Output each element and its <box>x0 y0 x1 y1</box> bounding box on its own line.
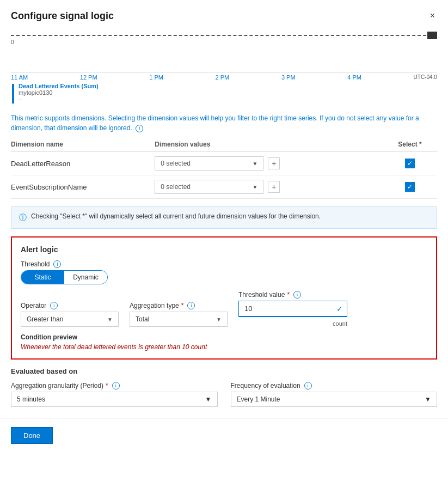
dimension-select-checkbox-eventsub[interactable]: ✓ <box>405 182 415 192</box>
chart-area: 0 11 AM 12 PM 1 PM 2 PM 3 PM 4 PM UTC-04… <box>0 29 448 103</box>
dimension-info-text: This metric supports dimensions. Selecti… <box>11 113 437 133</box>
dimension-dropdown-eventsub-value: 0 selected <box>161 183 191 191</box>
dimension-add-button-deadletter[interactable]: + <box>268 157 280 169</box>
chart-legend-text: Dead Lettered Events (Sum) mytopic0130 -… <box>19 83 99 102</box>
operator-field-group: Operator i Greater than ▼ <box>21 302 119 327</box>
aggregation-info-icon: i <box>187 302 195 309</box>
threshold-value-field-group: Threshold value * i ✓ count <box>238 291 347 327</box>
time-label-12pm: 12 PM <box>80 74 97 81</box>
threshold-info-icon: i <box>53 260 61 268</box>
dimension-section: This metric supports dimensions. Selecti… <box>0 108 448 199</box>
alert-fields-row: Operator i Greater than ▼ Aggregation ty… <box>21 291 427 327</box>
chart-time-axis: 11 AM 12 PM 1 PM 2 PM 3 PM 4 PM UTC-04:0 <box>11 73 437 81</box>
time-label-3pm: 3 PM <box>281 74 296 81</box>
aggregation-label: Aggregation type * i <box>130 302 228 309</box>
chart-legend-subtitle: mytopic0130 <box>19 89 99 96</box>
dimension-table: Dimension name Dimension values Select *… <box>11 138 437 199</box>
threshold-value-label: Threshold value * i <box>238 291 347 299</box>
freq-select[interactable]: Every 1 Minute ▼ <box>231 392 438 407</box>
chart-legend-title: Dead Lettered Events (Sum) <box>19 83 99 89</box>
info-banner: ⓘ Checking "Select *" will dynamically s… <box>11 206 437 229</box>
agg-granularity-label: Aggregation granularity (Period) * i <box>11 382 218 389</box>
chevron-down-icon: ▼ <box>216 316 222 322</box>
footer-area: Done <box>0 418 448 453</box>
operator-value: Greater than <box>27 315 63 323</box>
condition-preview-section: Condition preview Whenever the total dea… <box>21 333 427 351</box>
utc-label: UTC-04:0 <box>414 74 437 81</box>
chart-zero-label: 0 <box>11 39 14 45</box>
time-label-2pm: 2 PM <box>216 74 230 81</box>
chevron-down-icon: ▼ <box>425 395 431 403</box>
dimension-info-icon: i <box>136 125 143 132</box>
freq-eval-field: Frequency of evaluation i Every 1 Minute… <box>231 382 438 407</box>
chevron-down-icon: ▼ <box>252 184 257 190</box>
time-label-1pm: 1 PM <box>149 74 163 81</box>
aggregation-field-group: Aggregation type * i Total ▼ <box>130 302 228 327</box>
threshold-value-input[interactable] <box>238 301 347 317</box>
chevron-down-icon: ▼ <box>205 395 212 403</box>
condition-preview-title: Condition preview <box>21 333 427 341</box>
chart-legend-bar <box>12 84 14 103</box>
chevron-down-icon: ▼ <box>252 161 257 167</box>
dimension-row-eventsub: EventSubscriptionName 0 selected ▼ + ✓ <box>11 175 437 199</box>
condition-preview-text: Whenever the total dead lettered events … <box>21 343 427 351</box>
threshold-label: Threshold i <box>21 260 427 268</box>
freq-info-icon: i <box>304 382 312 389</box>
col-dimension-name: Dimension name <box>11 138 155 152</box>
threshold-check-icon: ✓ <box>336 305 343 313</box>
time-label-11am: 11 AM <box>11 74 28 81</box>
threshold-input-wrap: ✓ <box>238 301 347 317</box>
threshold-value-info-icon: i <box>293 291 301 299</box>
agg-granularity-value: 5 minutes <box>17 395 45 403</box>
dimension-values-cell-deadletter: 0 selected ▼ + <box>155 156 383 171</box>
freq-label: Frequency of evaluation i <box>231 382 438 389</box>
threshold-field-group: Threshold i Static Dynamic <box>21 260 427 284</box>
operator-label: Operator i <box>21 302 119 309</box>
toggle-dynamic-button[interactable]: Dynamic <box>64 271 107 284</box>
operator-select[interactable]: Greater than ▼ <box>21 312 119 327</box>
time-label-4pm: 4 PM <box>347 74 361 81</box>
dimension-select-checkbox-deadletter[interactable]: ✓ <box>405 159 415 168</box>
chevron-down-icon: ▼ <box>107 316 113 322</box>
col-dimension-select: Select * <box>387 138 437 152</box>
aggregation-required-star: * <box>181 302 184 309</box>
close-button[interactable]: × <box>428 9 437 23</box>
dimension-values-cell-eventsub: 0 selected ▼ + <box>155 180 383 194</box>
evaluated-title: Evaluated based on <box>11 367 437 375</box>
dialog-title: Configure signal logic <box>11 10 114 22</box>
operator-info-icon: i <box>50 302 58 309</box>
chart-legend: Dead Lettered Events (Sum) mytopic0130 -… <box>11 83 437 103</box>
agg-granularity-info-icon: i <box>112 382 120 389</box>
eval-row: Aggregation granularity (Period) * i 5 m… <box>11 382 437 407</box>
dimension-dropdown-deadletter[interactable]: 0 selected ▼ <box>155 156 263 171</box>
chart-black-rect <box>427 32 437 39</box>
agg-granularity-required-star: * <box>106 382 108 389</box>
alert-logic-title: Alert logic <box>21 245 427 254</box>
threshold-unit-label: count <box>238 320 347 327</box>
dimension-add-button-eventsub[interactable]: + <box>268 181 280 193</box>
chart-legend-value: -- <box>19 96 99 102</box>
done-button[interactable]: Done <box>11 427 53 444</box>
info-banner-text: Checking "Select *" will dynamically sel… <box>31 212 321 220</box>
dimension-dropdown-deadletter-value: 0 selected <box>161 160 191 167</box>
alert-logic-box: Alert logic Threshold i Static Dynamic O… <box>11 236 437 360</box>
threshold-toggle: Static Dynamic <box>21 270 108 284</box>
chart-dashed-line <box>11 35 437 36</box>
dimension-dropdown-eventsub[interactable]: 0 selected ▼ <box>155 180 263 194</box>
aggregation-value: Total <box>136 315 149 323</box>
evaluated-section: Evaluated based on Aggregation granulari… <box>0 360 448 407</box>
agg-granularity-field: Aggregation granularity (Period) * i 5 m… <box>11 382 218 407</box>
dimension-name-deadletter: DeadLetterReason <box>11 160 70 168</box>
toggle-static-button[interactable]: Static <box>21 271 64 284</box>
dimension-row-deadletter: DeadLetterReason 0 selected ▼ + ✓ <box>11 152 437 175</box>
aggregation-select[interactable]: Total ▼ <box>130 312 228 327</box>
freq-value: Every 1 Minute <box>237 395 280 403</box>
info-banner-icon: ⓘ <box>19 213 27 223</box>
agg-granularity-select[interactable]: 5 minutes ▼ <box>11 392 218 407</box>
col-dimension-values: Dimension values <box>155 138 387 152</box>
dimension-name-eventsub: EventSubscriptionName <box>11 183 87 191</box>
threshold-value-required-star: * <box>287 291 290 299</box>
